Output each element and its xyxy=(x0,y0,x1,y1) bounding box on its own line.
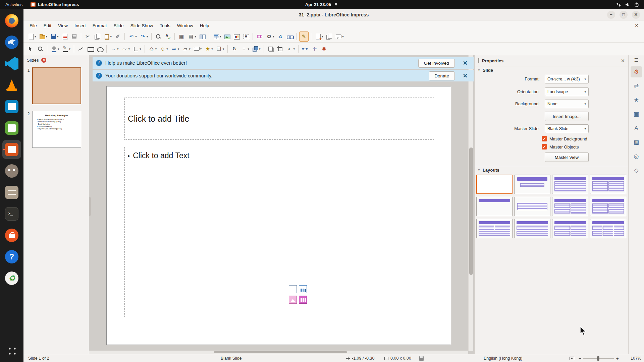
slide-canvas[interactable]: Click to add Title ●Click to add Text xyxy=(106,86,451,345)
layout-title-6-content[interactable] xyxy=(590,219,626,238)
open-file-button[interactable]: ▾ xyxy=(38,32,49,42)
insert-chart-button[interactable] xyxy=(232,32,241,42)
basic-shapes-button[interactable]: ◇▾ xyxy=(147,44,158,54)
undo-button[interactable]: ↶▾ xyxy=(127,32,138,42)
sidebar-settings-icon[interactable]: ☰ xyxy=(634,57,639,63)
close-infobar-icon[interactable]: ✕ xyxy=(460,72,470,79)
cut-button[interactable]: ✂ xyxy=(84,32,92,42)
save-button[interactable]: ▾ xyxy=(49,32,60,42)
arrange-button[interactable]: ▾ xyxy=(251,44,262,54)
language-status[interactable]: English (Hong Kong) xyxy=(484,354,522,362)
insert-hyperlink-button[interactable] xyxy=(285,32,294,42)
clock-menu[interactable]: Apr 21 23:05 xyxy=(305,2,339,7)
close-infobar-icon[interactable]: ✕ xyxy=(460,60,470,67)
align-objects-button[interactable]: ≡▾ xyxy=(239,44,250,54)
close-document-icon[interactable]: ✕ xyxy=(635,23,639,28)
menu-help[interactable]: Help xyxy=(197,20,213,31)
text-placeholder[interactable]: ●Click to add Text xyxy=(124,147,434,317)
glue-points-button[interactable]: ✛ xyxy=(310,44,319,54)
system-tray[interactable] xyxy=(616,2,644,7)
gimp-launcher[interactable] xyxy=(2,162,21,180)
insert-line-button[interactable] xyxy=(76,44,85,54)
sidebar-tab-master-slides[interactable]: ▣ xyxy=(631,109,642,120)
vlc-launcher[interactable] xyxy=(2,76,21,95)
print-button[interactable] xyxy=(70,32,78,42)
insert-table-icon[interactable] xyxy=(289,285,297,293)
clone-formatting-button[interactable]: ✐ xyxy=(113,32,122,42)
background-select[interactable]: None ▾ xyxy=(545,100,589,108)
help-launcher[interactable] xyxy=(2,247,21,266)
vertical-scrollbar-thumb[interactable] xyxy=(469,147,473,275)
master-slide-select[interactable]: Blank Slide ▾ xyxy=(545,124,589,133)
show-draw-functions-button[interactable]: ✎ xyxy=(299,32,309,42)
redo-button[interactable]: ↷▾ xyxy=(139,32,149,42)
sidebar-tab-animation[interactable]: ★ xyxy=(631,95,642,106)
insert-media-icon[interactable] xyxy=(299,296,307,304)
menu-view[interactable]: View xyxy=(55,20,71,31)
block-arrows-button[interactable]: ⇒▾ xyxy=(170,44,180,54)
libreoffice-writer-launcher[interactable] xyxy=(2,97,21,116)
rectangle-button[interactable] xyxy=(86,44,95,54)
layout-title-and-2-content[interactable] xyxy=(590,175,626,194)
orientation-select[interactable]: Landscape ▾ xyxy=(545,87,589,96)
vscode-launcher[interactable] xyxy=(2,54,21,73)
layout-title-content[interactable] xyxy=(552,175,588,194)
thunderbird-launcher[interactable] xyxy=(2,33,21,52)
animation-button[interactable]: ✺ xyxy=(320,44,328,54)
snap-guides-button[interactable]: ▤▾ xyxy=(186,32,197,42)
menu-file[interactable]: File xyxy=(26,20,40,31)
stars-and-banners-button[interactable]: ★▾ xyxy=(203,44,214,54)
layout-title-4-content[interactable] xyxy=(552,219,588,238)
new-presentation-button[interactable]: ▾ xyxy=(26,32,37,42)
menu-edit[interactable]: Edit xyxy=(40,20,55,31)
zoom-slider-thumb[interactable] xyxy=(597,356,599,361)
format-select[interactable]: On-scre... w (4:3) ▾ xyxy=(545,75,589,83)
slide-layout-status[interactable]: Blank Slide xyxy=(221,354,242,362)
shadow-button[interactable] xyxy=(266,44,275,54)
line-color-button[interactable]: ▾ xyxy=(61,44,72,54)
image-filter-button[interactable]: ◐▾ xyxy=(285,44,296,54)
close-slides-panel-icon[interactable]: ✕ xyxy=(41,58,46,63)
insert-image-button[interactable] xyxy=(223,32,231,42)
connectors-button[interactable]: ▾ xyxy=(131,44,142,54)
insert-comment-button[interactable]: ▾ xyxy=(334,32,345,42)
close-properties-panel-icon[interactable]: ✕ xyxy=(621,58,625,63)
lines-and-arrows-button[interactable]: →▾ xyxy=(109,44,120,54)
sidebar-tab-slide-transition[interactable]: ⇄ xyxy=(631,80,642,92)
insert-image-button[interactable]: Insert Image... xyxy=(545,112,589,121)
window-title-bar[interactable]: 31_2.pptx - LibreOffice Impress − □ ✕ xyxy=(23,9,644,20)
save-status[interactable] xyxy=(419,354,424,362)
horizontal-scrollbar-thumb[interactable] xyxy=(214,351,347,353)
select-button[interactable] xyxy=(26,44,35,54)
zoom-percent[interactable]: 107% xyxy=(626,354,641,362)
insert-fontwork-button[interactable]: A xyxy=(276,32,285,42)
crop-image-button[interactable] xyxy=(276,44,284,54)
close-window-button[interactable]: ✕ xyxy=(632,11,640,19)
maximize-button[interactable]: □ xyxy=(620,11,628,19)
libreoffice-impress-launcher[interactable] xyxy=(2,140,21,159)
display-views-button[interactable] xyxy=(198,32,207,42)
ellipse-button[interactable] xyxy=(95,44,104,54)
copy-button[interactable] xyxy=(93,32,102,42)
vertical-scrollbar[interactable] xyxy=(468,55,473,351)
master-background-checkbox[interactable]: ✓ Master Background xyxy=(542,136,587,142)
menu-tools[interactable]: Tools xyxy=(156,20,174,31)
sidebar-tab-shapes[interactable]: ◇ xyxy=(631,165,642,176)
find-and-replace-button[interactable] xyxy=(154,32,163,42)
horizontal-scrollbar[interactable] xyxy=(89,351,468,354)
layouts-section-header[interactable]: ▼ Layouts xyxy=(475,166,628,174)
flowchart-shapes-button[interactable]: ▱▾ xyxy=(181,44,192,54)
software-updater-launcher[interactable] xyxy=(2,269,21,288)
zoom-slider[interactable] xyxy=(583,354,614,362)
3d-objects-button[interactable]: ❒▾ xyxy=(215,44,225,54)
ubuntu-software-launcher[interactable] xyxy=(2,226,21,245)
activities-button[interactable]: Activities xyxy=(5,2,22,7)
callout-shapes-button[interactable]: ▾ xyxy=(192,44,203,54)
zoom-in-button[interactable]: + xyxy=(615,354,620,362)
master-view-button[interactable]: Master View xyxy=(545,153,589,162)
spelling-button[interactable] xyxy=(163,32,172,42)
files-launcher[interactable] xyxy=(2,183,21,202)
menu-slide-show[interactable]: Slide Show xyxy=(127,20,157,31)
get-involved-button[interactable]: Get involved xyxy=(418,59,455,68)
terminal-launcher[interactable] xyxy=(2,204,21,223)
